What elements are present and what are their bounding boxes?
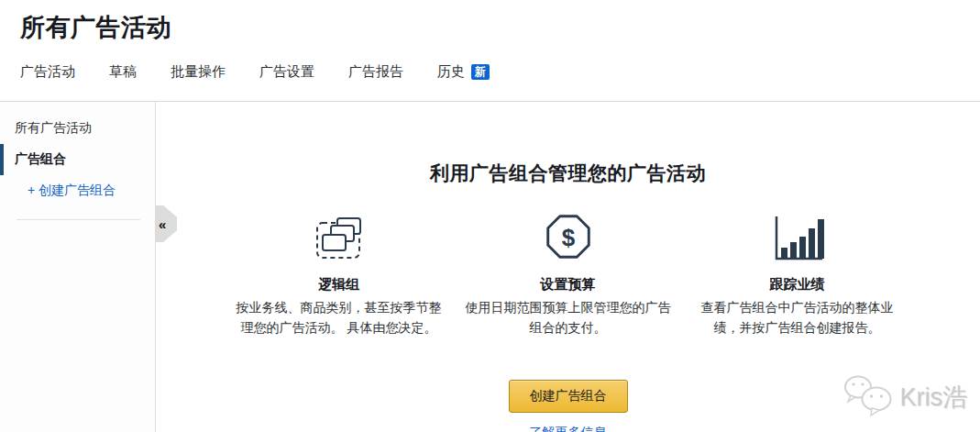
collapse-chevrons-icon: « [159,217,166,231]
feature-title: 逻辑组 [231,276,447,294]
sidebar: 所有广告活动 广告组合 + 创建广告组合 [0,102,156,432]
sidebar-item-all-campaigns[interactable]: 所有广告活动 [0,113,155,144]
sidebar-divider [17,219,140,220]
tab-drafts[interactable]: 草稿 [109,63,137,81]
page: 所有广告活动 广告活动 草稿 批量操作 广告设置 广告报告 历史 新 所有广告活… [0,0,980,432]
svg-text:$: $ [561,224,575,251]
tab-ad-settings[interactable]: 广告设置 [259,63,314,81]
hero-heading: 利用广告组合管理您的广告活动 [156,161,980,186]
tab-history[interactable]: 历史 新 [437,63,490,81]
feature-logical-group: 逻辑组 按业务线、商品类别，甚至按季节整理您的广告活动。 具体由您决定。 [231,214,447,338]
feature-desc: 查看广告组合中广告活动的整体业绩，并按广告组合创建报告。 [689,298,906,338]
feature-track-performance: 跟踪业绩 查看广告组合中广告活动的整体业绩，并按广告组合创建报告。 [689,214,906,338]
tab-bulk-operations[interactable]: 批量操作 [171,63,226,81]
tab-campaigns[interactable]: 广告活动 [20,63,75,81]
main-panel: 利用广告组合管理您的广告活动 逻辑组 按业务线、商品类别，甚至按季节整理您的广告… [156,102,980,432]
budget-dollar-octagon-icon: $ [460,214,677,261]
sidebar-create-portfolio-link[interactable]: + 创建广告组合 [0,175,155,206]
tab-bar: 广告活动 草稿 批量操作 广告设置 广告报告 历史 新 [0,44,980,81]
learn-more-link[interactable]: 了解更多信息 [530,425,607,432]
feature-desc: 按业务线、商品类别，甚至按季节整理您的广告活动。 具体由您决定。 [231,298,447,338]
logical-group-icon [231,214,447,261]
feature-set-budget: $ 设置预算 使用日期范围预算上限管理您的广告组合的支付。 [460,214,677,338]
header: 所有广告活动 广告活动 草稿 批量操作 广告设置 广告报告 历史 新 [0,0,980,102]
bar-chart-icon [689,214,906,261]
tab-ad-reports[interactable]: 广告报告 [348,63,403,81]
feature-desc: 使用日期范围预算上限管理您的广告组合的支付。 [460,298,677,338]
feature-title: 跟踪业绩 [689,276,906,294]
content-area: 所有广告活动 广告组合 + 创建广告组合 « 利用广告组合管理您的广告活动 [0,102,980,432]
sidebar-item-portfolios[interactable]: 广告组合 [0,144,155,175]
new-badge: 新 [471,64,490,80]
feature-row: 逻辑组 按业务线、商品类别，甚至按季节整理您的广告活动。 具体由您决定。 $ 设… [156,214,980,338]
tab-history-label: 历史 [437,63,465,81]
feature-title: 设置预算 [460,276,677,294]
page-title: 所有广告活动 [0,0,980,44]
create-portfolio-button[interactable]: 创建广告组合 [509,380,628,413]
